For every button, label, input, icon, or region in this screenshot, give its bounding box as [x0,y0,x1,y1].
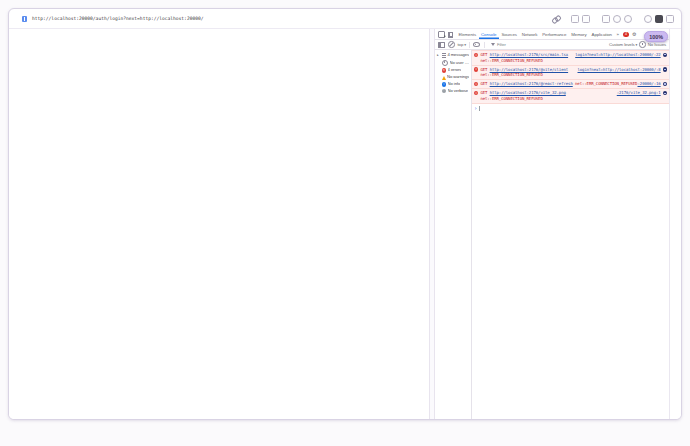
source-location-link[interactable]: login?next=http://localhost:20000/:8 [578,67,661,73]
console-error-row: GET http://localhost:2176/@react-refresh… [472,80,669,89]
divider [484,42,485,48]
screenshot-icon[interactable] [571,15,579,23]
error-icon [474,67,478,71]
sidebar-item-user-messages[interactable]: No user messages [435,59,471,68]
devtools-scrollbar-gutter[interactable] [669,29,681,419]
request-url-link[interactable]: http://localhost:2176/@vite/client [490,67,568,72]
filter-input[interactable]: Filter [497,42,506,47]
side-panel-icon[interactable] [666,15,674,23]
devtools-panel: Elements Console Sources Network Perform… [435,29,669,419]
sidebar-item-messages[interactable]: ▸ 4 messages [435,52,471,59]
user-icon [442,60,449,67]
console-body: ▸ 4 messages No user messages 4 errors [435,50,669,419]
tab-console[interactable]: Console [479,30,499,39]
error-icon [442,68,447,73]
windows-icon[interactable] [582,15,590,23]
devtools-tabbar: Elements Console Sources Network Perform… [435,29,669,40]
window-content: Elements Console Sources Network Perform… [9,29,681,419]
verbose-icon [442,89,447,94]
tab-network[interactable]: Network [519,30,539,39]
console-error-row: GET http://localhost:2176/src/main.tsx n… [472,50,669,66]
issues-icon[interactable] [639,41,646,48]
page-info-icon[interactable] [22,16,27,22]
tab-elements[interactable]: Elements [456,30,479,39]
zoom-level-badge[interactable]: 100% [644,31,668,42]
context-selector[interactable]: top [458,42,466,47]
link-icon[interactable] [552,16,559,22]
console-prompt[interactable]: › [472,104,669,113]
error-text: net::ERR_CONNECTION_REFUSED [480,96,542,101]
clear-console-icon[interactable] [448,41,455,48]
list-icon [442,53,446,58]
browser-toolbar: http://localhost:20000/auth/login?next=h… [9,9,681,29]
error-icon [474,53,478,57]
error-text: net::ERR_CONNECTION_REFUSED [480,58,542,63]
console-sidebar: ▸ 4 messages No user messages 4 errors [435,50,472,419]
request-url-link[interactable]: http://localhost:2176/src/main.tsx [490,52,568,57]
source-location-link[interactable]: :20000/:16 [638,81,661,87]
tab-memory[interactable]: Memory [569,30,589,39]
ai-insight-icon[interactable] [663,53,667,57]
sidebar-item-errors[interactable]: 4 errors [435,67,471,74]
sidebar-item-warnings[interactable]: No warnings [435,74,471,81]
warning-icon [442,76,446,80]
address-bar[interactable]: http://localhost:20000/auth/login?next=h… [32,16,203,21]
expand-caret-icon[interactable]: ▸ [437,53,440,58]
issues-counter[interactable]: No Issues [648,42,666,47]
apps-menu-icon[interactable] [655,15,663,23]
message-icon[interactable] [602,15,610,23]
request-url-link[interactable]: http://localhost:2176/@react-refresh [490,81,573,86]
console-error-row: GET http://localhost:2176/@vite/client n… [472,66,669,81]
request-url-link[interactable]: http://localhost:2176/vite_32.png [490,90,566,95]
sidebar-item-verbose[interactable]: No verbose [435,88,471,95]
source-location-link[interactable]: :2176/vite_32.png:1 [617,90,661,96]
divider [469,42,470,48]
device-toolbar-icon[interactable] [448,32,453,37]
console-toolbar: top Filter Custom levels No Issues [435,40,669,50]
console-messages: GET http://localhost:2176/src/main.tsx n… [472,50,669,419]
browser-window: http://localhost:20000/auth/login?next=h… [8,8,682,420]
tab-performance[interactable]: Performance [540,30,569,39]
more-tabs-icon[interactable]: » [614,32,620,37]
text-cursor [479,106,480,111]
prompt-chevron-icon: › [474,106,477,111]
error-count-badge[interactable]: 4 [623,32,629,37]
source-location-link[interactable]: login?next=http://localhost:20000/:22 [575,52,660,58]
error-text: net::ERR_CONNECTION_REFUSED [575,81,637,86]
info-icon [442,82,447,87]
tab-application[interactable]: Application [589,30,614,39]
live-expression-eye-icon[interactable] [473,42,480,47]
error-icon [474,82,478,86]
error-text: net::ERR_CONNECTION_REFUSED [480,72,542,77]
console-sidebar-toggle-icon[interactable] [438,42,445,48]
settings-gear-icon[interactable]: ⚙ [632,32,636,37]
tab-sources[interactable]: Sources [499,30,519,39]
ai-insight-icon[interactable] [663,82,667,86]
sidebar-item-info[interactable]: No info [435,81,471,88]
console-error-row: GET http://localhost:2176/vite_32.png ne… [472,89,669,104]
ai-insight-icon[interactable] [663,91,667,95]
profile-icon[interactable] [613,15,621,23]
page-viewport[interactable] [9,29,429,419]
ai-insight-icon[interactable] [663,67,667,71]
inspect-element-icon[interactable] [438,31,445,38]
log-levels-dropdown[interactable]: Custom levels [609,42,637,47]
filter-funnel-icon [491,43,495,46]
error-icon [474,91,478,95]
history-icon[interactable] [624,15,632,23]
record-icon[interactable] [644,15,652,23]
